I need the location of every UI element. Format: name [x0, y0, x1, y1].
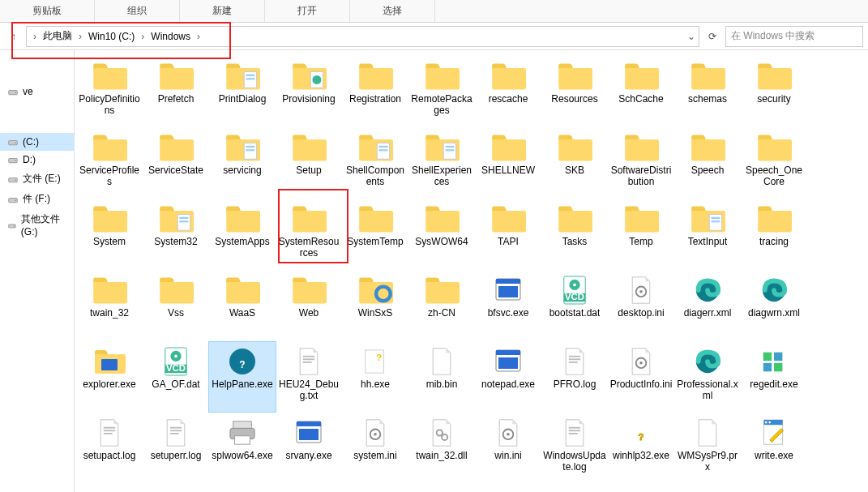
folder-item[interactable]: TAPI — [475, 199, 541, 269]
file-item[interactable]: win.ini — [475, 413, 541, 483]
sidebar-item[interactable] — [0, 113, 74, 120]
folder-item[interactable]: SHELLNEW — [475, 128, 541, 198]
folder-item[interactable]: Resources — [541, 57, 608, 126]
file-item[interactable]: VCDbootstat.dat — [541, 271, 608, 340]
sidebar-item[interactable] — [0, 101, 74, 107]
folder-item[interactable]: schemas — [674, 57, 741, 126]
ribbon-group[interactable]: 选择 — [350, 0, 435, 22]
folder-item[interactable]: ServiceState — [143, 128, 209, 198]
ribbon-group[interactable]: 打开 — [265, 0, 350, 22]
folder-item[interactable]: SystemTemp — [342, 199, 408, 269]
folder-icon — [622, 131, 661, 164]
file-item[interactable]: WMSysPr9.prx — [674, 413, 741, 483]
file-item[interactable]: twain_32.dll — [408, 413, 475, 483]
sidebar-item[interactable] — [0, 70, 74, 76]
file-item[interactable]: PFRO.log — [541, 342, 608, 412]
folder-item[interactable]: SysWOW64 — [408, 199, 475, 269]
file-item[interactable]: regedit.exe — [741, 342, 807, 412]
file-item[interactable]: notepad.exe — [475, 342, 541, 412]
sidebar-item[interactable] — [0, 120, 74, 126]
file-item[interactable]: VCDGA_OF.dat — [143, 342, 209, 412]
folder-item[interactable]: SchCache — [608, 57, 674, 126]
folder-item[interactable]: TextInput — [674, 199, 741, 269]
folder-item[interactable]: security — [741, 57, 807, 126]
sidebar-item[interactable] — [0, 57, 74, 63]
folder-item[interactable]: Vss — [143, 271, 209, 340]
file-item[interactable]: HEU24_Debug.txt — [276, 342, 342, 412]
breadcrumb-item[interactable]: 此电脑 — [40, 28, 75, 45]
folder-item[interactable]: Registration — [342, 57, 408, 126]
folder-item[interactable]: zh-CN — [408, 271, 475, 340]
folder-item[interactable]: twain_32 — [76, 271, 143, 340]
folder-item[interactable]: Prefetch — [143, 57, 209, 126]
folder-item[interactable]: SystemResources — [276, 199, 342, 269]
file-item[interactable]: ?hh.exe — [342, 342, 408, 412]
sidebar-item[interactable]: 件 (F:) — [0, 189, 74, 209]
folder-item[interactable]: Temp — [608, 199, 674, 269]
folder-item[interactable]: SKB — [541, 128, 608, 198]
file-item[interactable]: setuperr.log — [143, 413, 209, 483]
nav-up-button[interactable]: ↑ — [5, 28, 23, 45]
sidebar-item[interactable]: 其他文件 (G:) — [0, 209, 74, 241]
folder-item[interactable]: ShellComponents — [342, 128, 408, 198]
sidebar-item[interactable] — [0, 63, 74, 70]
folder-item[interactable]: WaaS — [209, 271, 276, 340]
svg-rect-76 — [170, 433, 179, 434]
folder-item[interactable]: Provisioning — [276, 57, 342, 126]
file-item[interactable]: setupact.log — [76, 413, 143, 483]
folder-item[interactable]: Speech — [674, 128, 741, 198]
ribbon-group[interactable]: 新建 — [180, 0, 265, 22]
file-item[interactable]: ?HelpPane.exe — [209, 342, 276, 412]
file-item[interactable]: WindowsUpdate.log — [541, 413, 608, 483]
item-label: diagwrn.xml — [748, 308, 800, 319]
folder-item[interactable]: rescache — [475, 57, 541, 126]
folder-item[interactable]: System32 — [143, 199, 209, 269]
sidebar-item[interactable] — [0, 126, 74, 133]
file-item[interactable]: bfsvc.exe — [475, 271, 541, 340]
folder-item[interactable]: Speech_OneCore — [741, 128, 807, 198]
file-item[interactable]: ProductInfo.ini — [608, 342, 674, 412]
file-item[interactable]: system.ini — [342, 413, 408, 483]
folder-item[interactable]: Web — [276, 271, 342, 340]
folder-item[interactable]: PrintDialog — [209, 57, 276, 126]
file-item[interactable]: desktop.ini — [608, 271, 674, 340]
file-item[interactable]: srvany.exe — [276, 413, 342, 483]
breadcrumb-item[interactable]: Win10 (C:) — [85, 29, 138, 44]
file-item[interactable]: explorer.exe — [76, 342, 143, 412]
folder-item[interactable]: System — [76, 199, 143, 269]
breadcrumb[interactable]: › 此电脑›Win10 (C:)›Windows›⌄ — [26, 26, 699, 47]
svg-text:VCD: VCD — [166, 363, 186, 373]
refresh-button[interactable]: ⟳ — [703, 27, 722, 46]
folder-item[interactable]: WinSxS — [342, 271, 408, 340]
folder-item[interactable]: PolicyDefinitions — [76, 57, 143, 126]
sidebar-item[interactable]: ve — [0, 83, 74, 101]
folder-item[interactable]: ShellExperiences — [408, 128, 475, 198]
file-item[interactable]: diagwrn.xml — [741, 271, 807, 340]
sidebar-item[interactable]: (C:) — [0, 133, 74, 151]
search-input[interactable]: 在 Windows 中搜索 — [725, 26, 863, 47]
folder-item[interactable]: RemotePackages — [408, 57, 475, 126]
folder-item[interactable]: Setup — [276, 128, 342, 198]
ribbon-group[interactable]: 剪贴板 — [0, 0, 95, 22]
file-item[interactable]: ?winhlp32.exe — [608, 413, 674, 483]
file-item[interactable]: Professional.xml — [674, 342, 741, 412]
sidebar-item[interactable]: D:) — [0, 151, 74, 169]
sidebar-item[interactable] — [0, 76, 74, 83]
file-item[interactable]: diagerr.xml — [674, 271, 741, 340]
breadcrumb-dropdown[interactable]: ⌄ — [687, 31, 695, 42]
file-item[interactable]: splwow64.exe — [209, 413, 276, 483]
ribbon-group[interactable]: 组织 — [95, 0, 180, 22]
folder-item[interactable]: servicing — [209, 128, 276, 198]
folder-icon — [156, 203, 195, 235]
folder-item[interactable]: ServiceProfiles — [76, 128, 143, 198]
breadcrumb-item[interactable]: Windows — [148, 29, 194, 44]
file-item[interactable]: mib.bin — [408, 342, 475, 412]
file-item[interactable]: write.exe — [741, 413, 807, 483]
folder-item[interactable]: SystemApps — [209, 199, 276, 269]
folder-item[interactable]: Tasks — [541, 199, 608, 269]
folder-item[interactable]: SoftwareDistribution — [608, 128, 674, 198]
sidebar-item[interactable]: 文件 (E:) — [0, 169, 74, 189]
sidebar-item[interactable] — [0, 107, 74, 113]
folder-item[interactable]: tracing — [741, 199, 807, 269]
item-label: SoftwareDistribution — [609, 165, 673, 188]
